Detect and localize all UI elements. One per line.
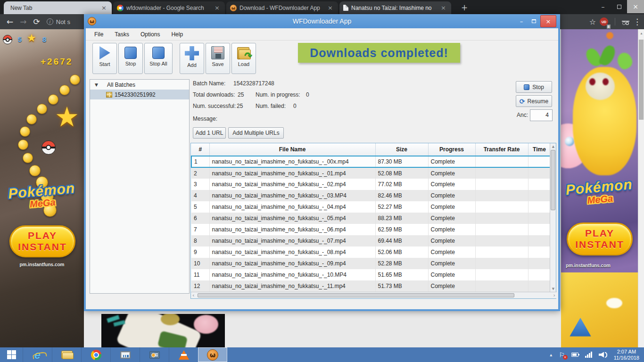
taskbar-internet-explorer[interactable]: e [23,347,52,362]
browser-tab-strip: New Tab × wfdownloader - Google Search ×… [0,0,644,14]
plus-icon [185,46,199,60]
table-row[interactable]: 5nanatsu_no_taizai_imashime_no_fukkatsu_… [191,201,551,213]
table-row[interactable]: 1nanatsu_no_taizai_imashime_no_fukkatsu_… [191,156,551,167]
taskbar-chrome[interactable] [81,347,110,362]
taskbar-wfdownloader-active[interactable]: ω [198,347,227,362]
incognito-extension-icon[interactable] [622,19,629,25]
stop-batch-button[interactable]: Stop [516,81,552,93]
blue-flag-decor [570,318,591,337]
taskbar-system-monitor[interactable] [110,347,140,362]
taskbar-clock[interactable]: 2:07 AM 11/16/2018 [614,349,639,361]
site-info-icon[interactable]: i [47,18,53,25]
scroll-up-icon[interactable]: ▴ [638,31,644,35]
table-row[interactable]: 8nanatsu_no_taizai_imashime_no_fukkatsu_… [191,235,551,247]
browser-minimize-button[interactable]: – [595,0,611,13]
table-row[interactable]: 12nanatsu_no_taizai_imashime_no_fukkatsu… [191,280,551,292]
play-instant-button[interactable]: PLAY INSTANT [9,225,75,257]
bookmark-star-icon[interactable]: ☆ [589,17,596,26]
expand-triangle-icon[interactable]: ▼ [95,82,98,87]
save-button[interactable]: Save [206,43,230,74]
add-button[interactable]: Add [180,43,204,74]
col-time[interactable]: Time [528,143,551,156]
taskbar-file-explorer[interactable] [52,347,81,362]
cell-rate [475,235,528,247]
cell-rate [475,179,528,190]
tab-wfdownloader-download[interactable]: ω Download - WFDownloader App × [226,1,338,14]
scroll-up-icon[interactable]: ▲ [550,145,556,148]
menu-help[interactable]: Help [171,31,183,38]
start-button[interactable]: Start [92,43,117,74]
tab-close-icon[interactable]: × [213,4,221,11]
taskbar-vlc[interactable] [169,347,198,362]
col-transfer-rate[interactable]: Transfer Rate [475,143,528,156]
cell-time [528,269,551,280]
cell-progress: Complete [428,167,475,179]
table-vertical-scrollbar[interactable]: ▲ ▼ [550,143,556,292]
scroll-left-icon[interactable]: ‹ [192,292,194,298]
table-row[interactable]: 2nanatsu_no_taizai_imashime_no_fukkatsu_… [191,167,551,179]
play-instant-button[interactable]: PLAY INSTANT [567,222,633,255]
volume-icon[interactable] [599,352,607,358]
new-tab-button[interactable]: + [458,2,471,13]
table-row[interactable]: 7nanatsu_no_taizai_imashime_no_fukkatsu_… [191,224,551,235]
scroll-right-icon[interactable]: › [553,292,555,298]
window-minimize-button[interactable]: – [516,15,527,27]
browser-menu-icon[interactable]: ⋮ [633,17,641,26]
profile-avatar[interactable]: UD 8 [600,17,608,26]
back-icon[interactable]: ← [7,17,13,26]
add-1-url-button[interactable]: Add 1 URL [193,127,226,139]
refresh-icon[interactable]: ⟳ [33,17,40,26]
table-row[interactable]: 11nanatsu_no_taizai_imashime_no_fukkatsu… [191,269,551,280]
network-signal-icon[interactable] [585,352,592,358]
page-scrollbar[interactable]: ▴ [638,29,644,347]
page-scrollbar-thumb[interactable] [639,40,644,120]
load-button[interactable]: ↷ Load [231,43,256,74]
tab-close-icon[interactable]: × [326,4,334,11]
clock-date: 11/16/2018 [614,355,639,361]
action-center-flag-icon[interactable]: ⚐ × [559,351,565,359]
table-horizontal-scrollbar[interactable]: ‹ › [191,292,557,298]
taskbar-control-panel[interactable] [140,347,169,362]
play-icon [99,46,111,59]
tab-google-search[interactable]: wfdownloader - Google Search × [113,1,225,14]
stop-button[interactable]: Stop [118,43,143,74]
tray-chevron-up-icon[interactable]: ▴ [550,352,552,357]
menu-file[interactable]: File [94,31,103,38]
tab-nanatsu[interactable]: Nanatsu no Taizai: Imashime no × [339,1,451,14]
col-size[interactable]: Size [375,143,428,156]
add-multiple-urls-button[interactable]: Add Multiple URLs [228,127,284,139]
resume-batch-button[interactable]: ⟳ Resume [516,95,552,107]
scroll-down-icon[interactable]: ▼ [550,287,556,291]
window-maximize-button[interactable] [528,15,539,27]
browser-restore-button[interactable] [611,0,627,13]
menu-options[interactable]: Options [140,31,160,38]
anc-input[interactable]: 4 [530,109,553,121]
browser-close-button[interactable]: × [627,0,644,13]
tab-close-icon[interactable]: × [439,4,447,11]
start-button-windows[interactable] [0,347,23,362]
table-row[interactable]: 3nanatsu_no_taizai_imashime_no_fukkatsu_… [191,179,551,190]
table-row[interactable]: 10nanatsu_no_taizai_imashime_no_fukkatsu… [191,258,551,269]
table-row[interactable]: 4nanatsu_no_taizai_imashime_no_fukkatsu_… [191,190,551,201]
vertical-scrollbar-thumb[interactable] [551,150,555,210]
cta-line2: INSTANT [575,239,624,250]
tab-new-tab[interactable]: New Tab × [4,1,112,14]
stop-all-button[interactable]: Stop All [144,43,173,74]
cell-num: 2 [191,167,209,179]
battery-icon[interactable] [571,353,578,357]
cell-name: nanatsu_no_taizai_imashime_no_fukkatsu_-… [209,213,375,224]
window-titlebar[interactable]: ω WFDownloader App – × [84,14,560,28]
window-close-button[interactable]: × [540,15,556,27]
all-batches-row[interactable]: ▼ All Batches [90,80,189,90]
col-file-name[interactable]: File Name [209,143,375,156]
tab-close-icon[interactable]: × [100,4,108,11]
menu-tasks[interactable]: Tasks [115,31,129,38]
col-num[interactable]: # [191,143,209,156]
horizontal-scrollbar-thumb[interactable] [198,293,514,297]
batch-row-selected[interactable]: 1542330251992 [90,90,189,99]
total-downloads-label: Total downloads: [193,91,235,98]
col-progress[interactable]: Progress [428,143,475,156]
table-row[interactable]: 9nanatsu_no_taizai_imashime_no_fukkatsu_… [191,247,551,258]
forward-icon[interactable]: → [20,17,26,26]
table-row[interactable]: 6nanatsu_no_taizai_imashime_no_fukkatsu_… [191,213,551,224]
